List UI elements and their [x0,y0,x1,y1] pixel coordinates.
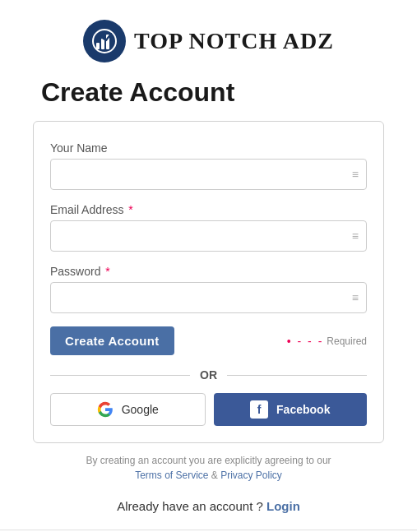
email-field-group: Email Address * ≡ [50,203,367,252]
password-label: Password * [50,265,367,278]
svg-rect-1 [96,43,100,49]
logo-area: Top Notch Adz [83,20,334,62]
logo-icon [83,20,126,62]
page-wrapper: Top Notch Adz Create Account Your Name ≡… [0,0,417,530]
terms-notice-text: By creating an account you are explicitl… [86,455,331,466]
create-account-button[interactable]: Create Account [50,326,174,355]
password-field-group: Password * ≡ [50,265,367,313]
or-text: OR [200,368,217,382]
social-buttons: Google f Facebook [50,393,367,426]
svg-rect-2 [101,39,104,49]
required-label: Required [327,335,367,347]
already-text: Already have an account ? [117,499,263,513]
email-label: Email Address * [50,203,367,216]
google-label: Google [122,403,159,416]
page-title: Create Account [41,77,234,108]
terms-of-service-link[interactable]: Terms of Service [135,470,208,481]
name-input-wrapper: ≡ [50,159,367,190]
password-required-star: * [102,265,109,278]
logo-svg [92,29,117,53]
privacy-policy-link[interactable]: Privacy Policy [220,470,282,481]
facebook-label: Facebook [276,403,330,416]
login-link[interactable]: Login [266,499,300,513]
google-signin-button[interactable]: Google [50,393,206,426]
divider-line-left [50,375,190,376]
password-input-wrapper: ≡ [50,282,367,313]
or-divider: OR [50,368,367,382]
name-field-group: Your Name ≡ [50,141,367,190]
required-hint: • - - - Required [287,335,367,348]
name-input[interactable] [50,159,367,190]
email-required-star: * [125,203,132,216]
email-input[interactable] [50,220,367,252]
google-icon [97,401,114,418]
form-actions: Create Account • - - - Required [50,326,367,355]
name-label: Your Name [50,141,367,155]
facebook-signin-button[interactable]: f Facebook [214,393,368,426]
facebook-f-icon: f [257,404,262,415]
terms-and: & [208,470,220,481]
divider-line-right [227,375,367,376]
already-account: Already have an account ? Login [117,499,300,513]
logo-text: Top Notch Adz [134,28,334,54]
required-dots: • - - - [287,335,324,348]
facebook-icon-box: f [250,400,268,419]
terms-notice: By creating an account you are explicitl… [86,453,331,483]
password-input[interactable] [50,282,367,313]
email-input-wrapper: ≡ [50,220,367,252]
form-card: Your Name ≡ Email Address * ≡ Password * [33,121,384,443]
